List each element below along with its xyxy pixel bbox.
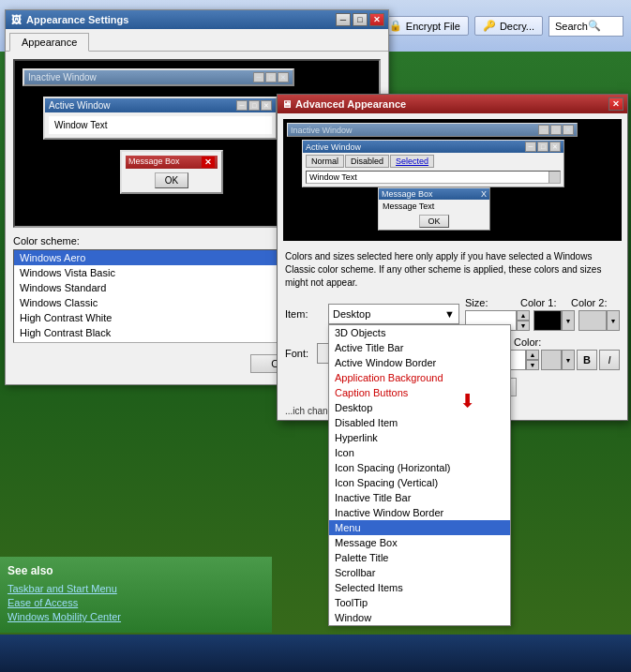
dropdown-item-active-window-border[interactable]: Active Window Border bbox=[329, 355, 510, 370]
color2-control: ▼ bbox=[578, 310, 620, 331]
tab-appearance[interactable]: Appearance bbox=[9, 33, 89, 52]
font-color-label: Color: bbox=[514, 336, 551, 348]
adv-msgbox-titlebar: Message Box X bbox=[379, 188, 489, 200]
maximize-button[interactable]: □ bbox=[353, 13, 368, 26]
adv-tab-selected[interactable]: Selected bbox=[390, 155, 434, 168]
color2-swatch[interactable] bbox=[578, 310, 607, 331]
dropdown-item-tooltip[interactable]: ToolTip bbox=[329, 595, 510, 610]
inactive-win-buttons: ─ □ ✕ bbox=[253, 72, 289, 82]
dropdown-item-disabled-item[interactable]: Disabled Item bbox=[329, 415, 510, 430]
encrypt-label: Encrypt File bbox=[406, 21, 460, 32]
lock-icon: 🔒 bbox=[389, 20, 402, 32]
dropdown-item-menu[interactable]: Menu bbox=[329, 520, 510, 535]
color1-control: ▼ bbox=[533, 310, 575, 331]
decrypt-button[interactable]: 🔑 Decry... bbox=[474, 16, 543, 36]
dropdown-item-selected-items[interactable]: Selected Items bbox=[329, 580, 510, 595]
advanced-window-icon: 🖥 bbox=[281, 98, 292, 110]
adv-msgbox-title-text: Message Box bbox=[382, 189, 433, 199]
item-dropdown-value: Desktop bbox=[333, 308, 370, 320]
adv-inactive-close: ✕ bbox=[563, 125, 574, 135]
adv-scrollbar[interactable] bbox=[548, 172, 560, 183]
dropdown-item-palette-title[interactable]: Palette Title bbox=[329, 550, 510, 565]
adv-inactive-titlebar: Inactive Window ─ □ ✕ bbox=[288, 124, 577, 136]
adv-active-title-text: Active Window bbox=[306, 142, 361, 152]
search-placeholder: Search bbox=[555, 21, 588, 32]
preview-active-window: Active Window ─ □ ✕ Window Text Message … bbox=[43, 97, 278, 140]
appearance-titlebar: 🖼 Appearance Settings ─ □ ✕ bbox=[6, 10, 388, 29]
dropdown-item-desktop[interactable]: Desktop bbox=[329, 400, 510, 415]
appearance-window-icon: 🖼 bbox=[9, 13, 23, 26]
bold-button[interactable]: B bbox=[577, 350, 597, 370]
adv-active-close: ✕ bbox=[549, 142, 561, 152]
adv-inactive-min: ─ bbox=[538, 125, 549, 135]
adv-msgbox-text: Message Text bbox=[379, 200, 489, 213]
dropdown-item-caption-buttons[interactable]: Caption Buttons bbox=[329, 385, 510, 400]
preview-msgbox-title-text: Message Box bbox=[128, 157, 180, 168]
font-size-spinner: ▲ ▼ bbox=[526, 350, 539, 370]
dropdown-item-window[interactable]: Window bbox=[329, 610, 510, 625]
inactive-close-btn: ✕ bbox=[278, 72, 289, 82]
dropdown-item-3d-objects[interactable]: 3D Objects bbox=[329, 325, 510, 340]
font-field-label: Font: bbox=[285, 348, 313, 359]
search-input[interactable]: Search 🔍 bbox=[548, 16, 623, 37]
key-icon: 🔑 bbox=[483, 20, 496, 32]
adv-inactive-max: □ bbox=[550, 125, 562, 135]
dropdown-item-message-box[interactable]: Message Box bbox=[329, 535, 510, 550]
font-size-down[interactable]: ▼ bbox=[526, 360, 539, 370]
adv-active-min: ─ bbox=[525, 142, 536, 152]
adv-tab-normal[interactable]: Normal bbox=[306, 155, 344, 168]
adv-window-text-label: Window Text bbox=[309, 172, 357, 182]
adv-active-max: □ bbox=[537, 142, 548, 152]
preview-msgbox-ok[interactable]: OK bbox=[155, 172, 188, 188]
inactive-maximize-btn: □ bbox=[265, 72, 277, 82]
adv-inactive-window: Inactive Window ─ □ ✕ bbox=[287, 123, 578, 137]
size-up-btn[interactable]: ▲ bbox=[517, 310, 530, 321]
color2-dropdown-btn[interactable]: ▼ bbox=[607, 310, 620, 331]
adv-msgbox-close: X bbox=[481, 189, 487, 199]
item-dropdown-arrow: ▼ bbox=[444, 308, 455, 320]
adv-tab-bar: Normal Disabled Selected bbox=[303, 153, 563, 168]
font-color-dropdown-btn[interactable]: ▼ bbox=[562, 350, 575, 370]
advanced-close-button[interactable]: ✕ bbox=[608, 97, 623, 111]
adv-tab-disabled[interactable]: Disabled bbox=[345, 155, 389, 168]
dropdown-item-scrollbar[interactable]: Scrollbar bbox=[329, 565, 510, 580]
font-size-up[interactable]: ▲ bbox=[526, 350, 539, 360]
taskbar bbox=[0, 635, 631, 672]
dropdown-item-inactive-title[interactable]: Inactive Title Bar bbox=[329, 490, 510, 505]
dropdown-item-icon-spacing-v[interactable]: Icon Spacing (Vertical) bbox=[329, 475, 510, 490]
encrypt-button[interactable]: 🔒 Encrypt File bbox=[381, 16, 469, 36]
dropdown-item-app-background[interactable]: Application Background bbox=[329, 370, 510, 385]
search-icon: 🔍 bbox=[588, 20, 601, 32]
dropdown-item-hyperlink[interactable]: Hyperlink bbox=[329, 430, 510, 445]
preview-window-text: Window Text bbox=[49, 116, 272, 134]
color1-header: Color 1: bbox=[520, 297, 567, 308]
active-win-buttons: ─ □ ✕ bbox=[236, 100, 272, 111]
appearance-window-controls: ─ □ ✕ bbox=[336, 13, 384, 26]
adv-msgbox-ok[interactable]: OK bbox=[419, 215, 448, 228]
advanced-appearance-window: 🖥 Advanced Appearance ✕ Inactive Window … bbox=[277, 94, 628, 421]
color1-swatch[interactable] bbox=[533, 310, 562, 331]
item-dropdown-list[interactable]: 3D Objects Active Title Bar Active Windo… bbox=[328, 324, 511, 626]
adv-active-btns: ─ □ ✕ bbox=[525, 142, 561, 152]
minimize-button[interactable]: ─ bbox=[336, 13, 351, 26]
see-also-title: See also bbox=[8, 564, 264, 577]
color1-dropdown-btn[interactable]: ▼ bbox=[562, 310, 575, 331]
dropdown-item-inactive-window-border[interactable]: Inactive Window Border bbox=[329, 505, 510, 520]
see-also-taskbar-link[interactable]: Taskbar and Start Menu bbox=[8, 583, 264, 594]
dropdown-item-icon-spacing-h[interactable]: Icon Spacing (Horizontal) bbox=[329, 460, 510, 475]
item-dropdown[interactable]: Desktop ▼ bbox=[328, 304, 459, 324]
size-color-header-row: Size: Color 1: Color 2: bbox=[465, 297, 620, 308]
italic-button[interactable]: I bbox=[599, 350, 620, 370]
adv-inactive-title-text: Inactive Window bbox=[291, 126, 353, 135]
see-also-ease-of-access-link[interactable]: Ease of Access bbox=[8, 597, 264, 608]
advanced-preview: Inactive Window ─ □ ✕ Active Window ─ □ … bbox=[283, 119, 622, 241]
close-button[interactable]: ✕ bbox=[369, 13, 384, 26]
arrow-indicator: ⬆ bbox=[459, 389, 475, 411]
size-down-btn[interactable]: ▼ bbox=[517, 321, 530, 331]
see-also-mobility-link[interactable]: Windows Mobility Center bbox=[8, 611, 264, 622]
advanced-warning-text: Colors and sizes selected here only appl… bbox=[285, 251, 601, 288]
font-color-swatch[interactable] bbox=[541, 350, 562, 370]
dropdown-item-active-title[interactable]: Active Title Bar bbox=[329, 340, 510, 355]
adv-msgbox: Message Box X Message Text OK bbox=[378, 187, 490, 231]
dropdown-item-icon[interactable]: Icon bbox=[329, 445, 510, 460]
